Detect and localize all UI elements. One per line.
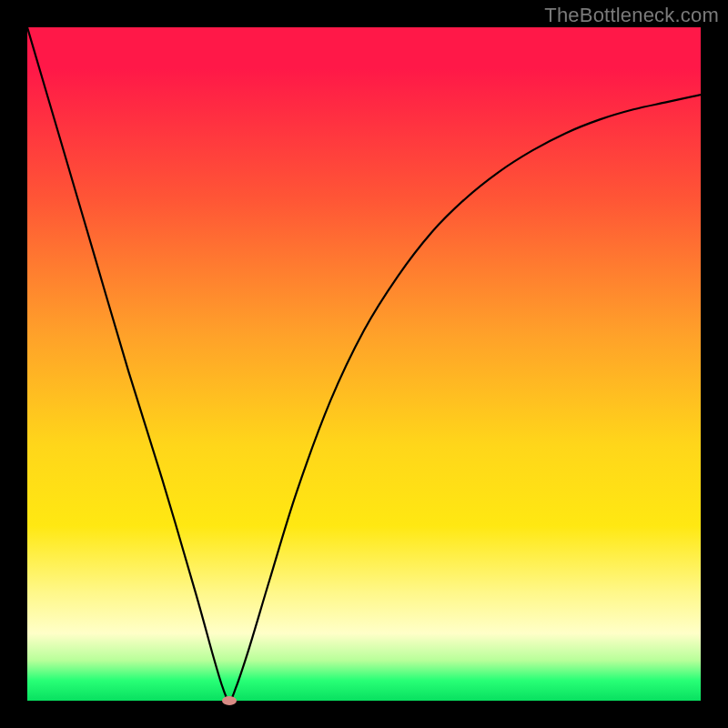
plot-area [27, 27, 701, 701]
curve-svg [27, 27, 701, 701]
chart-frame: TheBottleneck.com [0, 0, 728, 728]
watermark-text: TheBottleneck.com [544, 4, 719, 27]
curve-min-marker [222, 696, 237, 705]
bottleneck-curve-path [27, 27, 701, 701]
